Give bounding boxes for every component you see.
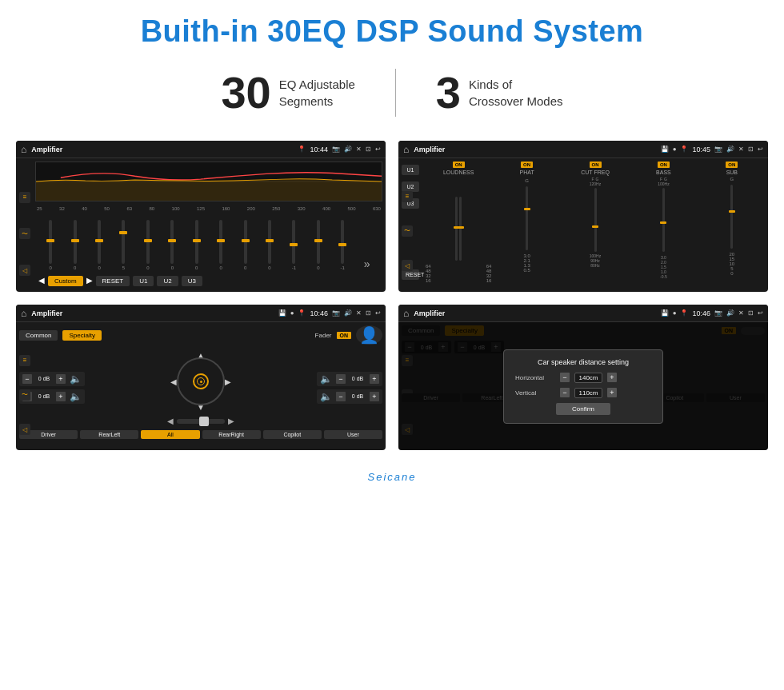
screen-speaker: ⌂ Amplifier 💾 ● 📍 10:46 📷 🔊 ✕ ⊡ ↩ ≡ 〜 ◁	[16, 305, 386, 450]
eq-icon[interactable]: ≡	[19, 192, 30, 203]
slider-8[interactable]: 0	[233, 220, 257, 270]
eq-icon-2[interactable]: ≡	[402, 191, 413, 202]
screen4-app-name: Amplifier	[414, 309, 660, 317]
person-icon-3[interactable]: 👤	[356, 325, 382, 345]
horizontal-plus[interactable]: +	[607, 373, 617, 382]
loudness-track1[interactable]	[455, 197, 458, 261]
slider-right-arrow[interactable]: ▶	[228, 417, 234, 425]
preset-custom[interactable]: Custom	[48, 276, 83, 286]
wave-icon[interactable]: 〜	[19, 228, 30, 239]
home-icon-4[interactable]: ⌂	[403, 308, 409, 319]
u3-btn[interactable]: U3	[182, 276, 202, 286]
screen1-time: 10:44	[310, 146, 328, 154]
back-icon-3[interactable]: ↩	[375, 309, 381, 317]
volume-down-icon-2[interactable]: ◁	[402, 260, 413, 271]
prev-icon[interactable]: ◀	[38, 276, 45, 286]
scroll-arrow-right[interactable]: »	[354, 257, 378, 270]
slider-1[interactable]: 0	[62, 220, 86, 270]
slider-4[interactable]: 0	[136, 220, 160, 270]
u1-dsp-btn[interactable]: U1	[402, 165, 419, 175]
bass-on[interactable]: ON	[658, 162, 670, 168]
home-icon-3[interactable]: ⌂	[21, 308, 26, 319]
eq-graph	[35, 162, 382, 201]
slider-12[interactable]: -1	[330, 220, 354, 270]
camera-icon-4: 📷	[714, 309, 722, 317]
fader-on-badge[interactable]: ON	[337, 332, 352, 339]
tab-specialty-3[interactable]: Specialty	[62, 330, 101, 341]
next-icon[interactable]: ▶	[86, 276, 93, 286]
slider-9[interactable]: 0	[258, 220, 282, 270]
ch2-minus[interactable]: −	[336, 374, 346, 384]
screen2-app-name: Amplifier	[414, 146, 660, 154]
slider-5[interactable]: 0	[160, 220, 184, 270]
slider-2[interactable]: 0	[87, 220, 111, 270]
back-icon-4[interactable]: ↩	[758, 309, 763, 317]
slider-11[interactable]: 0	[306, 220, 330, 270]
home-icon[interactable]: ⌂	[21, 144, 26, 155]
camera-icon: 📷	[332, 146, 340, 153]
distance-dialog: Car speaker distance setting Horizontal …	[503, 349, 663, 424]
ch3-minus[interactable]: −	[336, 392, 346, 401]
screen2-body: ≡ 〜 ◁ U1 U2 U3 RESET ON LOUDNESS	[398, 158, 768, 286]
pos-user[interactable]: User	[324, 430, 382, 439]
screen3-topbar: ⌂ Amplifier 💾 ● 📍 10:46 📷 🔊 ✕ ⊡ ↩	[16, 305, 386, 322]
slider-0[interactable]: 0	[38, 220, 62, 270]
bottom-slider: ◀ ▶	[167, 417, 234, 425]
eq-freq-labels: 25 32 40 50 63 80 100 125 160 200 250 32…	[35, 206, 382, 211]
screenshots-grid: ⌂ Amplifier 📍 10:44 📷 🔊 ✕ ⊡ ↩ ≡ 〜 ◁	[0, 133, 784, 466]
u2-btn[interactable]: U2	[157, 276, 178, 286]
screen4-topbar: ⌂ Amplifier 💾 ● 📍 10:46 📷 🔊 ✕ ⊡ ↩	[398, 305, 768, 322]
x-icon: ✕	[356, 146, 362, 153]
sub-track[interactable]	[730, 185, 733, 249]
eq-icon-3[interactable]: ≡	[19, 355, 30, 366]
joystick[interactable]: ▲ ▼ ◀ ▶	[169, 349, 233, 413]
vertical-minus[interactable]: −	[560, 388, 570, 397]
screen1-app-name: Amplifier	[31, 146, 298, 154]
wave-icon-3[interactable]: 〜	[19, 389, 30, 401]
volume-down-icon-3[interactable]: ◁	[19, 424, 30, 435]
loudness-track2[interactable]	[459, 197, 462, 261]
volume-icon-4: 🔊	[726, 309, 734, 317]
u1-btn[interactable]: U1	[133, 276, 154, 286]
joystick-right[interactable]: ▶	[225, 377, 231, 386]
bass-track[interactable]	[662, 188, 665, 252]
home-icon-2[interactable]: ⌂	[403, 144, 409, 155]
slider-10[interactable]: -1	[282, 220, 306, 270]
horizontal-minus[interactable]: −	[560, 373, 570, 382]
volume-down-icon[interactable]: ◁	[19, 265, 30, 276]
slider-7[interactable]: 0	[209, 220, 233, 270]
dot-icon: ●	[673, 146, 677, 153]
confirm-btn[interactable]: Confirm	[556, 403, 610, 415]
phat-track[interactable]	[526, 186, 528, 250]
cutfreq-on[interactable]: ON	[590, 162, 602, 168]
slider-6[interactable]: 0	[185, 220, 209, 270]
pos-rearleft[interactable]: RearLeft	[80, 430, 138, 439]
pos-rearright[interactable]: RearRight	[202, 430, 261, 439]
phat-on[interactable]: ON	[521, 162, 533, 168]
slider-handle[interactable]	[199, 417, 209, 426]
ch1-plus[interactable]: +	[56, 392, 66, 401]
pos-all[interactable]: All	[141, 430, 199, 439]
wave-icon-2[interactable]: 〜	[402, 225, 413, 237]
ch3-plus[interactable]: +	[370, 392, 379, 401]
x-icon-2: ✕	[738, 146, 744, 153]
reset-btn[interactable]: RESET	[96, 276, 130, 286]
screen3-left-panel: ≡ 〜 ◁	[18, 340, 32, 450]
freq-500: 500	[348, 206, 356, 211]
screen2-topbar-right: 💾 ● 📍 10:45 📷 🔊 ✕ ⊡ ↩	[661, 146, 763, 154]
back-icon-2[interactable]: ↩	[758, 146, 763, 153]
slider-track[interactable]	[177, 419, 225, 424]
loudness-on[interactable]: ON	[453, 162, 465, 168]
slider-3[interactable]: 5	[111, 220, 135, 270]
tab-common-3[interactable]: Common	[19, 330, 58, 341]
slider-left-arrow[interactable]: ◀	[167, 417, 174, 425]
pos-copilot[interactable]: Copilot	[263, 430, 322, 439]
ch2-plus[interactable]: +	[370, 374, 379, 384]
back-icon[interactable]: ↩	[375, 146, 381, 153]
ch0-plus[interactable]: +	[56, 374, 66, 384]
vertical-plus[interactable]: +	[607, 388, 617, 397]
sub-on[interactable]: ON	[726, 162, 738, 168]
screen2-time: 10:45	[692, 146, 710, 154]
cutfreq-track[interactable]	[594, 188, 597, 252]
joystick-left[interactable]: ◀	[170, 377, 177, 386]
